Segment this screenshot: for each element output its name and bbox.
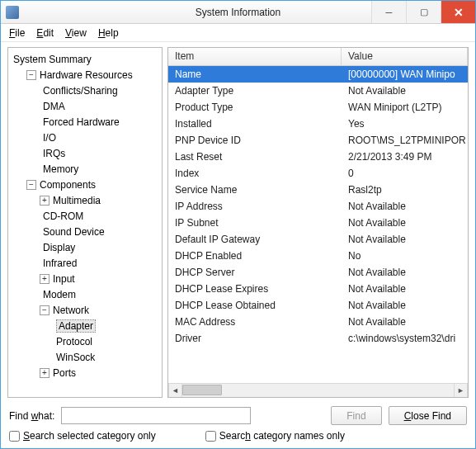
list-row[interactable]: Name[00000000] WAN Minipo [168,66,468,83]
titlebar: System Information ─ ▢ ✕ [1,1,475,24]
cell-item: DHCP Enabled [168,250,342,262]
tree-label: Adapter [56,319,96,333]
list-row[interactable]: Last Reset2/21/2013 3:49 PM [168,149,468,165]
list-row[interactable]: Index0 [168,165,468,182]
tree-pane[interactable]: System Summary − Hardware Resources Conf… [7,47,163,398]
close-button[interactable]: ✕ [441,1,475,23]
expand-icon[interactable]: + [40,368,49,378]
find-input[interactable] [61,407,251,424]
cell-value: Not Available [342,85,468,97]
tree-label: WinSock [56,352,95,363]
list-row[interactable]: Product TypeWAN Miniport (L2TP) [168,99,468,116]
cell-item: Adapter Type [168,85,342,97]
scroll-right-icon[interactable]: ► [454,384,468,397]
tree-label: Forced Hardware [43,116,120,128]
cell-value: c:\windows\system32\dri [342,333,468,344]
tree-label: I/O [43,132,56,144]
list-row[interactable]: IP SubnetNot Available [168,215,468,231]
list-row[interactable]: MAC AddressNot Available [168,314,468,330]
search-options: Search selected category only Search cat… [1,428,475,448]
tree-components[interactable]: − Components [8,177,162,192]
tree-label: DMA [43,101,65,112]
tree-item[interactable]: CD-ROM [8,208,162,224]
cell-value: Not Available [342,316,468,328]
tree-item[interactable]: DMA [8,98,162,114]
menu-file[interactable]: File [4,26,30,40]
tree-item[interactable]: Memory [8,161,162,177]
list-row[interactable]: Adapter TypeNot Available [168,83,468,99]
cell-value: Not Available [342,201,468,212]
tree-item[interactable]: I/O [8,130,162,145]
search-selected-checkbox[interactable] [9,431,20,442]
scroll-thumb[interactable] [182,385,222,395]
menu-edit[interactable]: Edit [31,26,59,40]
cell-item: Index [168,168,342,179]
tree-item[interactable]: IRQs [8,145,162,161]
expand-icon[interactable]: + [40,196,49,206]
list-body[interactable]: Name[00000000] WAN MinipoAdapter TypeNot… [168,66,468,383]
find-button[interactable]: Find [331,406,381,425]
cell-item: IP Address [168,201,342,212]
cell-item: Default IP Gateway [168,234,342,245]
tree-system-summary[interactable]: System Summary [8,51,162,67]
search-selected-only[interactable]: Search selected category only [9,430,156,442]
scroll-track[interactable] [182,384,454,397]
app-icon [6,6,19,19]
list-row[interactable]: InstalledYes [168,116,468,132]
tree-label: Memory [43,163,78,175]
cell-item: MAC Address [168,316,342,328]
tree-item[interactable]: Display [8,239,162,255]
menu-view[interactable]: View [60,26,92,40]
cell-item: PNP Device ID [168,135,342,146]
cell-item: DHCP Lease Obtained [168,300,342,311]
tree-item[interactable]: Modem [8,286,162,302]
list-row[interactable]: Service NameRasl2tp [168,182,468,198]
list-row[interactable]: DHCP Lease ExpiresNot Available [168,281,468,297]
search-names-checkbox[interactable] [205,431,216,442]
cell-item: IP Subnet [168,217,342,229]
tree-item[interactable]: +Multimedia [8,192,162,208]
list-row[interactable]: PNP Device IDROOT\MS_L2TPMINIPOR [168,132,468,149]
tree-item[interactable]: Infrared [8,255,162,271]
expand-icon[interactable]: + [40,274,49,284]
tree-label: Components [40,179,96,191]
tree-item[interactable]: WinSock [8,349,162,365]
tree-item[interactable]: Conflicts/Sharing [8,83,162,98]
cell-value: Not Available [342,300,468,311]
tree-network[interactable]: − Network [8,302,162,318]
tree-label: Hardware Resources [40,69,133,81]
collapse-icon[interactable]: − [26,70,36,80]
close-find-button[interactable]: Close Find [389,406,467,425]
scroll-left-icon[interactable]: ◄ [168,384,182,397]
cell-value: Not Available [342,267,468,278]
tree-item[interactable]: Protocol [8,333,162,349]
tree-ports[interactable]: + Ports [8,365,162,380]
list-row[interactable]: DHCP Lease ObtainedNot Available [168,297,468,314]
list-row[interactable]: DHCP ServerNot Available [168,264,468,281]
column-header-item[interactable]: Item [168,48,342,65]
collapse-icon[interactable]: − [40,305,49,315]
list-row[interactable]: IP AddressNot Available [168,198,468,215]
tree-item[interactable]: Adapter [8,318,162,333]
cell-item: DHCP Lease Expires [168,283,342,295]
minimize-button[interactable]: ─ [371,1,406,23]
menubar: File Edit View Help [1,24,475,42]
column-header-value[interactable]: Value [342,48,468,65]
cell-item: Product Type [168,102,342,113]
menu-help[interactable]: Help [93,26,124,40]
window-controls: ─ ▢ ✕ [371,1,475,23]
maximize-button[interactable]: ▢ [406,1,441,23]
collapse-icon[interactable]: − [26,180,36,190]
list-header: Item Value [168,48,468,66]
cell-item: DHCP Server [168,267,342,278]
find-bar: Find what: Find Close Find [1,401,475,428]
horizontal-scrollbar[interactable]: ◄ ► [168,383,468,397]
list-row[interactable]: Driverc:\windows\system32\dri [168,330,468,347]
search-names-only[interactable]: Search category names only [205,430,345,442]
tree-item[interactable]: +Input [8,271,162,286]
list-row[interactable]: Default IP GatewayNot Available [168,231,468,248]
tree-hardware-resources[interactable]: − Hardware Resources [8,67,162,83]
tree-item[interactable]: Forced Hardware [8,114,162,130]
tree-item[interactable]: Sound Device [8,224,162,239]
list-row[interactable]: DHCP EnabledNo [168,248,468,264]
